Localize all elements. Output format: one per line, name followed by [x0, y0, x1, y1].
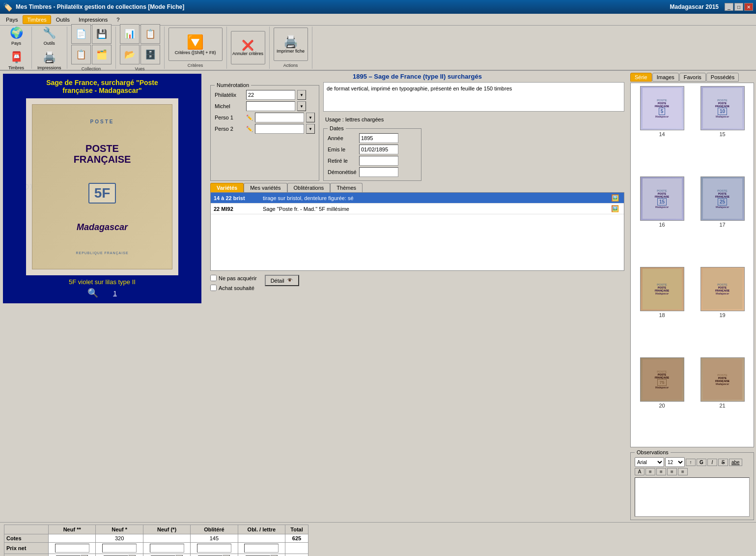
pencil-perso1[interactable]: ✏️ [246, 115, 253, 121]
right-tab-possedes[interactable]: Possédés [706, 73, 739, 82]
prix-input-oblitere[interactable] [197, 544, 231, 553]
pencil-perso2[interactable]: ✏️ [246, 126, 253, 132]
tab-mes-varietes[interactable]: Mes variétés [244, 183, 287, 192]
input-perso1[interactable] [255, 113, 304, 122]
col-neuf2: Neuf ** [49, 525, 96, 534]
right-tab-images[interactable]: Images [652, 73, 679, 82]
cons-neuf2[interactable]: ▲ ▼ [49, 554, 96, 556]
prix-input-neuf0[interactable] [150, 544, 184, 553]
obs-textarea[interactable] [635, 477, 750, 517]
input-demonetise[interactable] [359, 167, 398, 177]
thumb-item-16[interactable]: POSTE POSTEFRANÇAISE 15 Madagascar 16 [633, 176, 691, 264]
tab-row-icon-0: 🖼️ [611, 194, 621, 202]
right-tab-serie[interactable]: Série [630, 73, 652, 82]
toolbar-btn-annuler[interactable]: ❌ Annuler critères [231, 31, 265, 64]
dropdown-perso2[interactable]: ▼ [306, 124, 315, 134]
obs-align-left-btn[interactable]: ≡ [645, 468, 655, 475]
vues-btn-3[interactable]: 📂 [120, 45, 140, 64]
dropdown-michel[interactable]: ▼ [297, 101, 306, 111]
vues-btn-2[interactable]: 📋 [140, 24, 160, 44]
collection-btn-2[interactable]: 💾 [92, 24, 112, 44]
detail-button[interactable]: Détail 👁️ [265, 275, 299, 286]
checkbox-achat-souhaite[interactable] [210, 285, 217, 291]
window-controls[interactable]: _ □ ✕ [725, 3, 753, 11]
cons-neuf1[interactable]: ▲ ▼ [96, 554, 143, 556]
label-a-conserver: A conserver [4, 554, 49, 556]
tab-row-1[interactable]: 22 MI92 Sage "Poste fr. - Mad." 5F millé… [211, 204, 624, 214]
zoom-icon[interactable]: 🔍 [87, 288, 98, 298]
obs-color-btn[interactable]: A [635, 468, 644, 475]
thumb-item-17[interactable]: POSTE POSTEFRANÇAISE 25 Madagascar 17 [693, 176, 752, 264]
collection-btn-3[interactable]: 📋 [71, 45, 91, 64]
toolbar-btn-outils[interactable]: 🔧 Outils [38, 24, 60, 47]
obs-bold-btn[interactable]: G [697, 459, 706, 466]
thumb-img-16: POSTE POSTEFRANÇAISE 15 Madagascar [640, 176, 684, 221]
prix-total [285, 543, 308, 554]
window-right-title: Madagascar 2015 [670, 3, 719, 10]
obs-font-select[interactable]: Arial [635, 457, 664, 467]
obs-align-right-btn[interactable]: ≡ [667, 468, 677, 475]
prix-neuf0[interactable] [143, 543, 190, 554]
menu-pays[interactable]: Pays [2, 16, 22, 24]
obs-size-select[interactable]: 12 [665, 457, 685, 467]
dropdown-philatelix[interactable]: ▼ [297, 90, 306, 100]
collection-btn-4[interactable]: 🗂️ [92, 45, 112, 64]
menu-help[interactable]: ? [112, 16, 123, 24]
vues-btn-4[interactable]: 🗄️ [140, 45, 160, 64]
tab-themes[interactable]: Thèmes [330, 183, 363, 192]
prix-neuf1[interactable] [96, 543, 143, 554]
obs-align-center-btn[interactable]: ≡ [656, 468, 666, 475]
prix-input-obl-lettre[interactable] [244, 544, 279, 553]
row-cotes: Cotes 320 145 625 [4, 534, 308, 543]
input-michel[interactable] [246, 101, 295, 111]
input-emisle[interactable] [359, 145, 398, 154]
obs-align-justify-btn[interactable]: ≡ [678, 468, 688, 475]
toolbar-btn-criteres[interactable]: 🔽 Critères ([Shift] + F8) [168, 28, 223, 61]
thumb-item-21[interactable]: POSTE POSTEFRANÇAISE Madagascar 21 [693, 356, 752, 445]
input-philatelix[interactable] [246, 90, 295, 100]
thumb-item-15[interactable]: POSTE POSTEFRANÇAISE 10 Madagascar 15 [693, 85, 752, 174]
close-button[interactable]: ✕ [744, 3, 753, 11]
toolbar-btn-impressions[interactable]: 🖨️ Impressions [36, 48, 63, 72]
toolbar-btn-timbres[interactable]: 📮 Timbres [5, 48, 28, 72]
cons-obl-lettre[interactable]: ▲ ▼ [238, 554, 285, 556]
input-annee[interactable] [359, 133, 398, 143]
prix-input-neuf1[interactable] [102, 544, 137, 553]
prix-obl-lettre[interactable] [238, 543, 285, 554]
dates-legend: Dates [328, 125, 346, 131]
prix-neuf2[interactable] [49, 543, 96, 554]
stamp-number[interactable]: 1 [113, 290, 116, 297]
maximize-button[interactable]: □ [734, 3, 743, 11]
collection-btn-1[interactable]: 📄 [71, 24, 91, 44]
menu-outils[interactable]: Outils [52, 16, 74, 24]
tab-varietes[interactable]: Variétés [210, 183, 244, 192]
input-retirele[interactable] [359, 156, 398, 166]
input-perso2[interactable] [255, 124, 304, 134]
thumb-item-18[interactable]: POSTE POSTEFRANÇAISE Madagascar 18 [633, 266, 691, 354]
vues-btn-1[interactable]: 📊 [120, 24, 140, 44]
obs-strikethrough-btn[interactable]: S [718, 459, 728, 466]
dropdown-perso1[interactable]: ▼ [306, 113, 315, 122]
thumb-item-14[interactable]: POSTE POSTEFRANÇAISE 5 Madagascar 14 [633, 85, 691, 174]
obs-up-btn[interactable]: ↑ [686, 459, 696, 466]
checkbox-ne-pas-acquerir[interactable] [210, 275, 217, 281]
thumb-stamp-inner-18: POSTE POSTEFRANÇAISE Madagascar [643, 269, 682, 309]
obs-underline-btn[interactable]: abe [729, 459, 742, 466]
obs-italic-btn[interactable]: I [707, 459, 717, 466]
prix-input-neuf2[interactable] [55, 544, 89, 553]
right-tab-favoris[interactable]: Favoris [679, 73, 706, 82]
cons-oblitere[interactable]: ▲ ▼ [191, 554, 238, 556]
toolbar-btn-print[interactable]: 🖨️ Imprimer fiche [274, 28, 308, 61]
minimize-button[interactable]: _ [725, 3, 733, 11]
form-row-emisle: Emis le [328, 145, 417, 154]
menu-timbres[interactable]: Timbres [23, 15, 51, 24]
thumb-item-20[interactable]: POSTE POSTEFRANÇAISE 75 Madagascar 20 [633, 356, 691, 445]
tab-row-0[interactable]: 14 à 22 brist tirage sur bristol, dentel… [211, 193, 624, 204]
menu-impressions[interactable]: Impressions [75, 16, 112, 24]
thumb-item-19[interactable]: POSTE POSTEFRANÇAISE Madagascar 19 [693, 266, 752, 354]
tab-obliterations[interactable]: Oblitérations [287, 183, 331, 192]
cons-neuf0[interactable]: ▲ ▼ [143, 554, 190, 556]
timbres-icon: 📮 [8, 50, 24, 65]
prix-oblitere[interactable] [191, 543, 238, 554]
toolbar-btn-pays[interactable]: 🌍 Pays [5, 24, 28, 47]
